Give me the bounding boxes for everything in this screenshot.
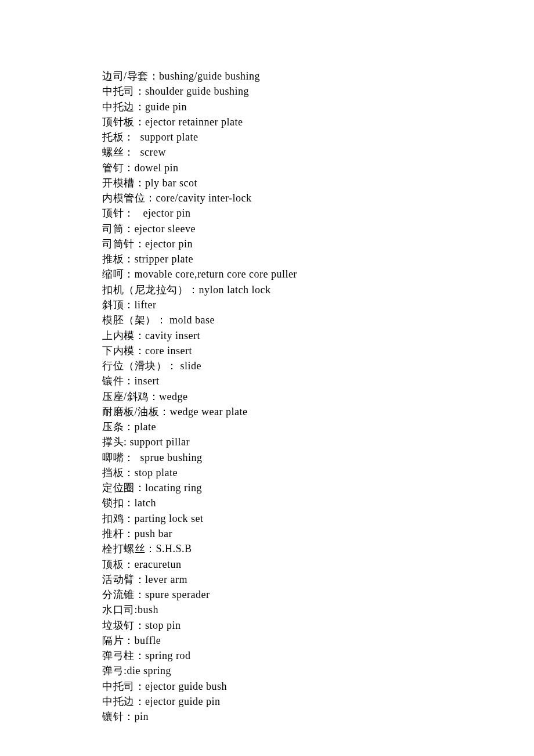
- glossary-line: 耐磨板/油板：wedge wear plate: [102, 404, 534, 419]
- glossary-line: 中托边：guide pin: [102, 99, 534, 114]
- glossary-line: 行位（滑块）： slide: [102, 358, 534, 373]
- glossary-line: 挡板：stop plate: [102, 465, 534, 480]
- glossary-line: 隔片：buffle: [102, 633, 534, 648]
- glossary-line: 管钉：dowel pin: [102, 160, 534, 175]
- glossary-line: 撑头: support pillar: [102, 434, 534, 449]
- glossary-line: 上内模：cavity insert: [102, 328, 534, 343]
- glossary-line: 定位圈：locating ring: [102, 480, 534, 495]
- glossary-line: 压条：plate: [102, 419, 534, 434]
- glossary-line: 锁扣：latch: [102, 495, 534, 510]
- glossary-list: 边司/导套：bushing/guide bushing中托司：shoulder …: [102, 69, 534, 724]
- glossary-line: 顶板：eracuretun: [102, 557, 534, 572]
- glossary-line: 栓打螺丝：S.H.S.B: [102, 541, 534, 556]
- glossary-line: 模胚（架）： mold base: [102, 312, 534, 327]
- glossary-line: 推杆：push bar: [102, 526, 534, 541]
- glossary-line: 扣机（尼龙拉勾）：nylon latch lock: [102, 282, 534, 297]
- glossary-line: 分流锥：spure sperader: [102, 587, 534, 602]
- glossary-line: 司筒：ejector sleeve: [102, 221, 534, 236]
- glossary-line: 推板：stripper plate: [102, 251, 534, 267]
- glossary-line: 垃圾钉：stop pin: [102, 618, 534, 633]
- glossary-line: 缩呵：movable core,return core core puller: [102, 267, 534, 282]
- document-page: 边司/导套：bushing/guide bushing中托司：shoulder …: [0, 0, 534, 756]
- glossary-line: 托板： support plate: [102, 129, 534, 145]
- glossary-line: 中托边：ejector guide pin: [102, 694, 534, 709]
- glossary-line: 螺丝： screw: [102, 145, 534, 160]
- glossary-line: 唧嘴： sprue bushing: [102, 450, 534, 465]
- glossary-line: 压座/斜鸡：wedge: [102, 389, 534, 404]
- glossary-line: 开模槽：ply bar scot: [102, 175, 534, 190]
- glossary-line: 下内模：core insert: [102, 343, 534, 358]
- glossary-line: 镶件：insert: [102, 373, 534, 388]
- glossary-line: 边司/导套：bushing/guide bushing: [102, 69, 534, 84]
- glossary-line: 弹弓:die spring: [102, 663, 534, 678]
- glossary-line: 水口司:bush: [102, 602, 534, 617]
- glossary-line: 中托司：shoulder guide bushing: [102, 84, 534, 99]
- glossary-line: 活动臂：lever arm: [102, 572, 534, 587]
- glossary-line: 扣鸡：parting lock set: [102, 511, 534, 526]
- glossary-line: 镶针：pin: [102, 709, 534, 724]
- glossary-line: 斜顶：lifter: [102, 297, 534, 312]
- glossary-line: 顶针板：ejector retainner plate: [102, 114, 534, 129]
- glossary-line: 中托司：ejector guide bush: [102, 679, 534, 694]
- glossary-line: 顶针： ejector pin: [102, 206, 534, 221]
- glossary-line: 内模管位：core/cavity inter-lock: [102, 190, 534, 206]
- glossary-line: 司筒针：ejector pin: [102, 236, 534, 251]
- glossary-line: 弹弓柱：spring rod: [102, 648, 534, 663]
